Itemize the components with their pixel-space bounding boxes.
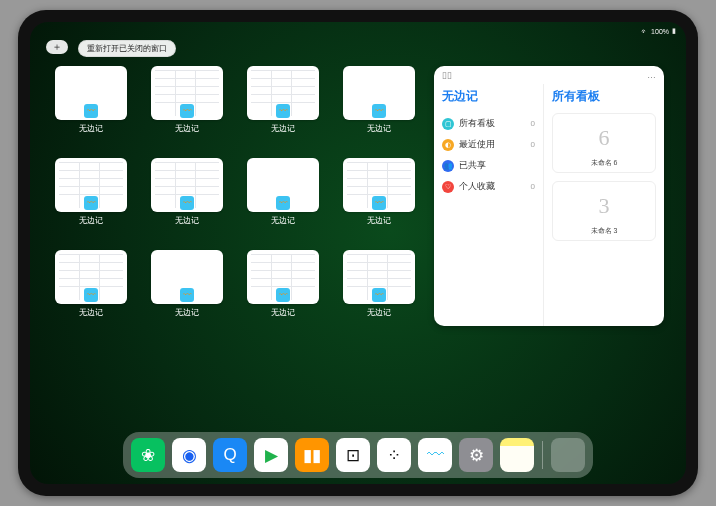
panel-right-title: 所有看板: [552, 88, 656, 105]
board-preview: 6: [557, 118, 651, 158]
notes-icon[interactable]: [500, 438, 534, 472]
settings-icon[interactable]: ⚙: [459, 438, 493, 472]
thumbnail-label: 无边记: [175, 215, 199, 226]
window-thumbnail[interactable]: 无边记: [340, 158, 418, 238]
workspace: 无边记无边记无边记无边记无边记无边记无边记无边记无边记无边记无边记无边记 ▯▯ …: [52, 66, 664, 426]
board-title: 未命名 3: [557, 226, 651, 236]
freeform-panel[interactable]: ▯▯ … 无边记 ▢所有看板0◐最近使用0👥已共享♡个人收藏0 所有看板 6未命…: [434, 66, 664, 326]
plus-icon: ＋: [52, 40, 62, 54]
sidebar-item[interactable]: ◐最近使用0: [442, 134, 535, 155]
panel-left-title: 无边记: [442, 88, 535, 105]
window-thumbnail[interactable]: 无边记: [52, 158, 130, 238]
wifi-icon: ᯤ: [641, 28, 648, 35]
freeform-app-icon: [180, 288, 194, 302]
freeform-app-icon: [372, 104, 386, 118]
battery-text: 100%: [651, 28, 669, 35]
dock-separator: [542, 441, 543, 469]
new-window-button[interactable]: ＋: [46, 40, 68, 54]
thumbnail-label: 无边记: [367, 307, 391, 318]
tencent-video-icon[interactable]: ◉: [172, 438, 206, 472]
thumbnail-label: 无边记: [175, 307, 199, 318]
menu-label: 最近使用: [459, 138, 495, 151]
play-store-icon[interactable]: ▶: [254, 438, 288, 472]
more-icon[interactable]: …: [647, 70, 656, 80]
freeform-app-icon: [276, 196, 290, 210]
menu-count: 0: [531, 182, 535, 191]
connect-icon[interactable]: ⁘: [377, 438, 411, 472]
menu-icon: ▢: [442, 118, 454, 130]
dice-icon[interactable]: ⊡: [336, 438, 370, 472]
menu-icon: ◐: [442, 139, 454, 151]
books-icon[interactable]: ▮▮: [295, 438, 329, 472]
window-thumbnail[interactable]: 无边记: [244, 66, 322, 146]
window-thumbnail[interactable]: 无边记: [148, 66, 226, 146]
freeform-app-icon: [372, 288, 386, 302]
dock: ❀◉Q▶▮▮⊡⁘〰⚙: [123, 432, 593, 478]
menu-count: 0: [531, 140, 535, 149]
menu-label: 个人收藏: [459, 180, 495, 193]
panel-main: 所有看板 6未命名 63未命名 3: [544, 84, 664, 326]
window-thumbnail[interactable]: 无边记: [244, 250, 322, 330]
ipad-frame: ᯤ 100% ▮ ＋ 重新打开已关闭的窗口 无边记无边记无边记无边记无边记无边记…: [18, 10, 698, 496]
screen: ᯤ 100% ▮ ＋ 重新打开已关闭的窗口 无边记无边记无边记无边记无边记无边记…: [30, 22, 686, 484]
browser-icon[interactable]: Q: [213, 438, 247, 472]
menu-icon: 👥: [442, 160, 454, 172]
sidebar-item[interactable]: 👥已共享: [442, 155, 535, 176]
thumbnail-label: 无边记: [79, 123, 103, 134]
thumbnail-label: 无边记: [79, 215, 103, 226]
board-card[interactable]: 3未命名 3: [552, 181, 656, 241]
panel-header: ▯▯ …: [434, 66, 664, 84]
window-thumbnail[interactable]: 无边记: [148, 158, 226, 238]
freeform-app-icon: [180, 104, 194, 118]
freeform-app-icon: [276, 288, 290, 302]
thumbnail-label: 无边记: [271, 215, 295, 226]
freeform-icon[interactable]: 〰: [418, 438, 452, 472]
window-thumbnail[interactable]: 无边记: [244, 158, 322, 238]
freeform-app-icon: [84, 196, 98, 210]
thumbnail-label: 无边记: [175, 123, 199, 134]
freeform-app-icon: [372, 196, 386, 210]
app-library-icon[interactable]: [551, 438, 585, 472]
status-bar: ᯤ 100% ▮: [30, 22, 686, 38]
menu-label: 所有看板: [459, 117, 495, 130]
window-thumbnail[interactable]: 无边记: [340, 66, 418, 146]
sidebar-item[interactable]: ▢所有看板0: [442, 113, 535, 134]
wechat-icon[interactable]: ❀: [131, 438, 165, 472]
board-title: 未命名 6: [557, 158, 651, 168]
window-thumbnail[interactable]: 无边记: [52, 66, 130, 146]
thumbnail-label: 无边记: [367, 123, 391, 134]
freeform-app-icon: [84, 104, 98, 118]
panel-sidebar: 无边记 ▢所有看板0◐最近使用0👥已共享♡个人收藏0: [434, 84, 544, 326]
freeform-app-icon: [180, 196, 194, 210]
thumbnail-label: 无边记: [79, 307, 103, 318]
window-thumbnail[interactable]: 无边记: [148, 250, 226, 330]
freeform-app-icon: [276, 104, 290, 118]
menu-label: 已共享: [459, 159, 486, 172]
window-thumbnail[interactable]: 无边记: [52, 250, 130, 330]
battery-icon: ▮: [672, 27, 676, 35]
sidebar-toggle-icon[interactable]: ▯▯: [442, 70, 452, 80]
menu-count: 0: [531, 119, 535, 128]
board-card[interactable]: 6未命名 6: [552, 113, 656, 173]
board-preview: 3: [557, 186, 651, 226]
freeform-app-icon: [84, 288, 98, 302]
thumbnail-label: 无边记: [271, 123, 295, 134]
menu-icon: ♡: [442, 181, 454, 193]
sidebar-item[interactable]: ♡个人收藏0: [442, 176, 535, 197]
reopen-closed-window-button[interactable]: 重新打开已关闭的窗口: [78, 40, 176, 57]
window-thumbnail[interactable]: 无边记: [340, 250, 418, 330]
thumbnail-label: 无边记: [271, 307, 295, 318]
window-grid: 无边记无边记无边记无边记无边记无边记无边记无边记无边记无边记无边记无边记: [52, 66, 418, 426]
thumbnail-label: 无边记: [367, 215, 391, 226]
